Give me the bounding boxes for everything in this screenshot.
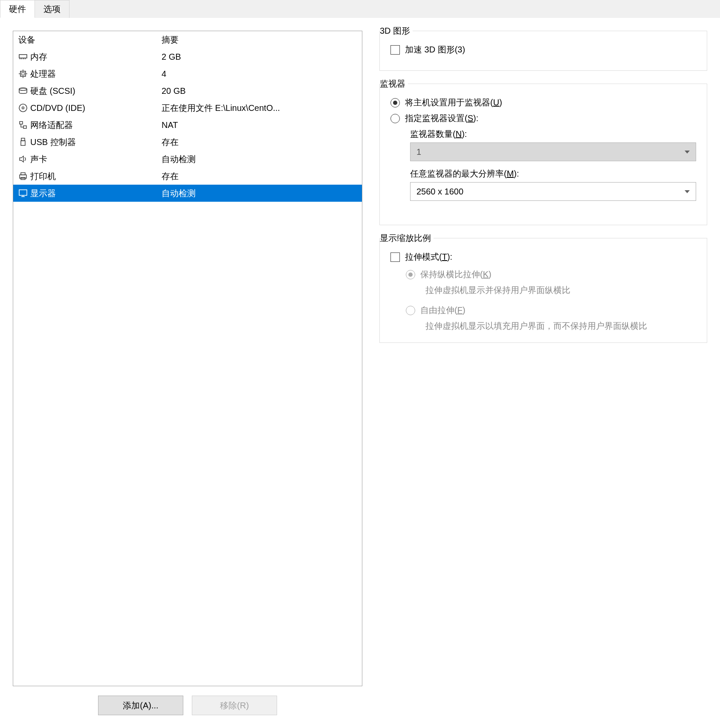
device-name: 硬盘 (SCSI)	[29, 85, 162, 97]
group-monitor: 监视器 将主机设置用于监视器(U) 指定监视器设置(S): 监视器数量(N): …	[379, 84, 707, 225]
device-row-sound[interactable]: 声卡自动检测	[13, 151, 362, 168]
radio-use-host[interactable]	[390, 98, 400, 107]
cpu-icon	[17, 69, 29, 79]
add-button[interactable]: 添加(A)...	[98, 696, 183, 715]
radio-keep-ratio	[406, 270, 415, 279]
svg-rect-6	[22, 73, 24, 75]
device-name: 打印机	[29, 171, 162, 182]
device-row-display[interactable]: 显示器自动检测	[13, 185, 362, 202]
label-stretch-mode[interactable]: 拉伸模式(T):	[405, 251, 452, 263]
disk-icon	[17, 86, 29, 96]
label-free-stretch: 自由拉伸(F)	[420, 305, 466, 316]
group-3d-title: 3D 图形	[380, 25, 413, 37]
combo-max-res[interactable]: 2560 x 1600	[410, 182, 696, 201]
group-scaling: 显示缩放比例 拉伸模式(T): 保持纵横比拉伸(K) 拉伸虚拟机显示并保持用户界…	[379, 238, 707, 343]
device-row-cd[interactable]: CD/DVD (IDE)正在使用文件 E:\Linux\CentO...	[13, 99, 362, 116]
chevron-down-icon	[685, 151, 690, 154]
device-name: USB 控制器	[29, 136, 162, 148]
usb-icon	[17, 137, 29, 147]
device-table: 设备 摘要 内存2 GB处理器4硬盘 (SCSI)20 GBCD/DVD (ID…	[13, 31, 362, 686]
cd-icon	[17, 103, 29, 113]
svg-point-13	[22, 107, 24, 109]
checkbox-accel-3d[interactable]	[390, 45, 400, 55]
svg-point-12	[19, 104, 27, 112]
sound-icon	[17, 154, 29, 164]
radio-specify[interactable]	[390, 114, 400, 123]
radio-free-stretch	[406, 306, 415, 315]
net-icon	[17, 120, 29, 130]
header-device[interactable]: 设备	[17, 34, 162, 46]
tab-options[interactable]: 选项	[35, 0, 69, 18]
desc-free-stretch: 拉伸虚拟机显示以填充用户界面，而不保持用户界面纵横比	[425, 320, 696, 332]
group-scaling-title: 显示缩放比例	[380, 232, 434, 244]
remove-button: 移除(R)	[192, 696, 277, 715]
label-monitor-count: 监视器数量(N):	[410, 128, 696, 140]
device-name: 显示器	[29, 188, 162, 199]
tab-bar: 硬件 选项	[0, 0, 720, 18]
display-icon	[17, 188, 29, 198]
svg-rect-19	[21, 173, 25, 175]
device-name: 内存	[29, 51, 162, 63]
svg-rect-15	[23, 126, 26, 128]
desc-keep-ratio: 拉伸虚拟机显示并保持用户界面纵横比	[425, 284, 696, 296]
svg-rect-17	[21, 141, 25, 145]
svg-rect-21	[19, 190, 27, 195]
device-summary: 正在使用文件 E:\Linux\CentO...	[162, 102, 359, 114]
svg-rect-16	[21, 138, 25, 141]
device-name: 声卡	[29, 154, 162, 165]
device-row-net[interactable]: 网络适配器NAT	[13, 116, 362, 133]
svg-rect-5	[20, 71, 26, 76]
device-summary: 存在	[162, 136, 359, 148]
device-summary: 自动检测	[162, 154, 359, 165]
label-max-res: 任意监视器的最大分辨率(M):	[410, 168, 696, 180]
device-row-memory[interactable]: 内存2 GB	[13, 48, 362, 65]
svg-rect-0	[19, 55, 27, 58]
group-3d: 3D 图形 加速 3D 图形(3)	[379, 31, 707, 71]
device-name: 处理器	[29, 68, 162, 80]
header-summary[interactable]: 摘要	[162, 34, 359, 46]
device-row-usb[interactable]: USB 控制器存在	[13, 133, 362, 151]
label-use-host[interactable]: 将主机设置用于监视器(U)	[405, 97, 502, 108]
device-name: CD/DVD (IDE)	[29, 103, 162, 113]
device-table-header: 设备 摘要	[13, 31, 362, 48]
printer-icon	[17, 171, 29, 181]
device-summary: 存在	[162, 171, 359, 182]
device-row-disk[interactable]: 硬盘 (SCSI)20 GB	[13, 82, 362, 99]
device-summary: 4	[162, 69, 359, 79]
svg-rect-14	[20, 122, 23, 124]
group-monitor-title: 监视器	[380, 78, 408, 90]
device-name: 网络适配器	[29, 119, 162, 131]
combo-monitor-count: 1	[410, 142, 696, 161]
device-summary: 自动检测	[162, 188, 359, 199]
chevron-down-icon	[685, 190, 690, 193]
label-specify[interactable]: 指定监视器设置(S):	[405, 113, 478, 124]
tab-hardware[interactable]: 硬件	[0, 0, 35, 18]
device-summary: NAT	[162, 120, 359, 130]
label-keep-ratio: 保持纵横比拉伸(K)	[420, 269, 492, 280]
memory-icon	[17, 52, 29, 62]
device-summary: 20 GB	[162, 86, 359, 96]
checkbox-stretch-mode[interactable]	[390, 252, 400, 262]
device-summary: 2 GB	[162, 52, 359, 62]
label-accel-3d[interactable]: 加速 3D 图形(3)	[405, 44, 465, 55]
device-row-printer[interactable]: 打印机存在	[13, 168, 362, 185]
device-row-cpu[interactable]: 处理器4	[13, 65, 362, 82]
